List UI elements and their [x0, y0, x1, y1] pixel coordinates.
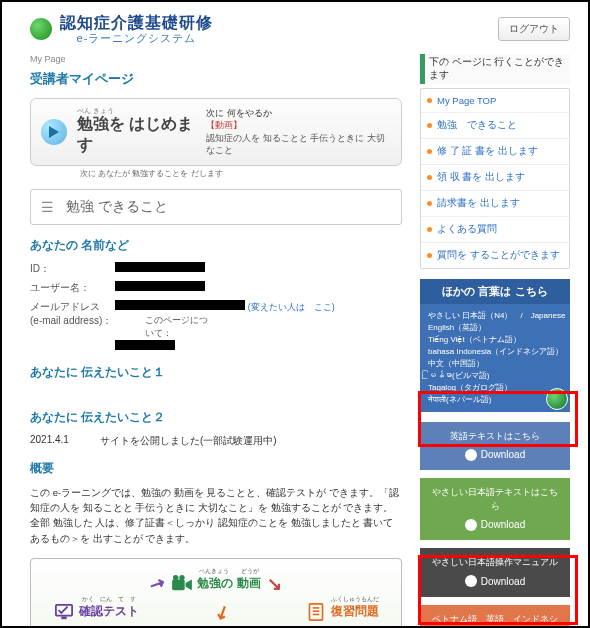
- email-label: メールアドレス (e-mail address)：: [30, 300, 115, 328]
- download-multilang[interactable]: ベトナム語、英語、インドネシア語、中国語、ビルマ語、タガログ語、ネパール語の言葉…: [420, 605, 570, 628]
- email-value-redacted: [115, 300, 245, 310]
- arrow-left-icon: ↙: [211, 599, 234, 625]
- download-icon: ▸: [465, 575, 477, 587]
- language-heading: ほかの 言葉は こちら: [420, 279, 570, 304]
- study-ruby: べん きょう: [77, 107, 196, 114]
- svg-point-4: [180, 575, 185, 580]
- start-study-button[interactable]: べん きょう 勉強を はじめます 次に 何をやるか 【動画】 認知症の人を 知る…: [30, 98, 402, 166]
- arrow-down-icon: ↘: [267, 573, 282, 595]
- svg-point-3: [173, 575, 178, 580]
- flow-diagram: ↗ べんきょう どうが勉強の 動画 ↘ かく にん て す と確認テスト ↙: [30, 558, 402, 628]
- monitor-icon: [53, 603, 75, 621]
- sidebar-nav-heading: 下の ページに 行くことができます: [420, 54, 570, 84]
- arrow-up-icon: ↗: [146, 571, 169, 597]
- language-list[interactable]: やさしい 日本語（N4） / Japanese（N4) English（英語） …: [420, 304, 570, 412]
- sidebar-item-invoice[interactable]: 請求書を 出します: [421, 190, 569, 216]
- video-icon: [171, 575, 193, 593]
- download-icon: ▸: [465, 519, 477, 531]
- username-label: ユーザー名：: [30, 281, 115, 295]
- logout-button[interactable]: ログアウト: [498, 17, 570, 41]
- logo-globe-icon: [30, 18, 52, 40]
- change-email-link[interactable]: (変えたい人は ここ): [248, 302, 335, 312]
- download-manual[interactable]: やさしい日本語操作マニュアル ▸Download: [420, 548, 570, 597]
- list-icon: ☰: [41, 199, 52, 215]
- diagram-test: かく にん て す と確認テスト: [53, 603, 139, 621]
- globe-icon: [546, 388, 568, 410]
- play-icon: [41, 119, 67, 145]
- download-icon: ▸: [465, 449, 477, 461]
- study-note: 次に あなたが 勉強することを だします: [80, 168, 402, 179]
- sidebar-item-receipt[interactable]: 領 収 書を 出します: [421, 164, 569, 190]
- news-item: 2021.4.1 サイトを公開しました(一部試験運用中): [30, 434, 402, 448]
- sidebar-item-mypage[interactable]: My Page TOP: [421, 89, 569, 112]
- study-list-button[interactable]: ☰ 勉強 できること: [30, 189, 402, 225]
- email-note-redacted: [115, 340, 175, 350]
- svg-rect-6: [61, 616, 66, 619]
- svg-marker-0: [49, 126, 59, 138]
- id-label: ID：: [30, 262, 115, 276]
- sidebar-item-study[interactable]: 勉強 できること: [421, 112, 569, 138]
- id-value-redacted: [115, 262, 205, 272]
- overview-text: この e-ラーニングでは、勉強の 動画を 見ることと、確認テストが できます。「…: [30, 485, 402, 546]
- document-icon: [305, 603, 327, 621]
- section-message2: あなたに 伝えたいこと２: [30, 409, 402, 426]
- site-title: 認知症介護基礎研修 e-ラーニングシステム: [60, 14, 213, 44]
- username-value-redacted: [115, 281, 205, 291]
- email-note: このページについて：: [145, 314, 402, 340]
- section-overview: 概要: [30, 460, 402, 477]
- diagram-review: ふくしゅうもんだい復習問題: [305, 603, 379, 621]
- section-profile: あなたの 名前など: [30, 237, 402, 254]
- sidebar-item-contact[interactable]: 質問を することができます: [421, 242, 569, 268]
- section-message1: あなたに 伝えたいこと１: [30, 364, 402, 381]
- study-label: 勉強を はじめます: [77, 115, 193, 153]
- sidebar-item-certificate[interactable]: 修 了 証 書を 出します: [421, 138, 569, 164]
- study-next-info: 次に 何をやるか 【動画】 認知症の人を 知ることと 手伝うときに 大切なこと: [206, 107, 391, 157]
- download-english-text[interactable]: 英語テキストはこちら ▸Download: [420, 422, 570, 471]
- breadcrumb: My Page: [30, 54, 402, 64]
- svg-rect-1: [172, 579, 185, 590]
- svg-marker-2: [186, 579, 192, 590]
- page-title: 受講者マイページ: [30, 70, 402, 88]
- sidebar-item-faq[interactable]: よくある質問: [421, 216, 569, 242]
- sidebar-nav: My Page TOP 勉強 できること 修 了 証 書を 出します 領 収 書…: [420, 88, 570, 269]
- diagram-video: べんきょう どうが勉強の 動画: [171, 575, 260, 593]
- download-easy-jp-text[interactable]: やさしい日本語テキストはこちら ▸Download: [420, 478, 570, 540]
